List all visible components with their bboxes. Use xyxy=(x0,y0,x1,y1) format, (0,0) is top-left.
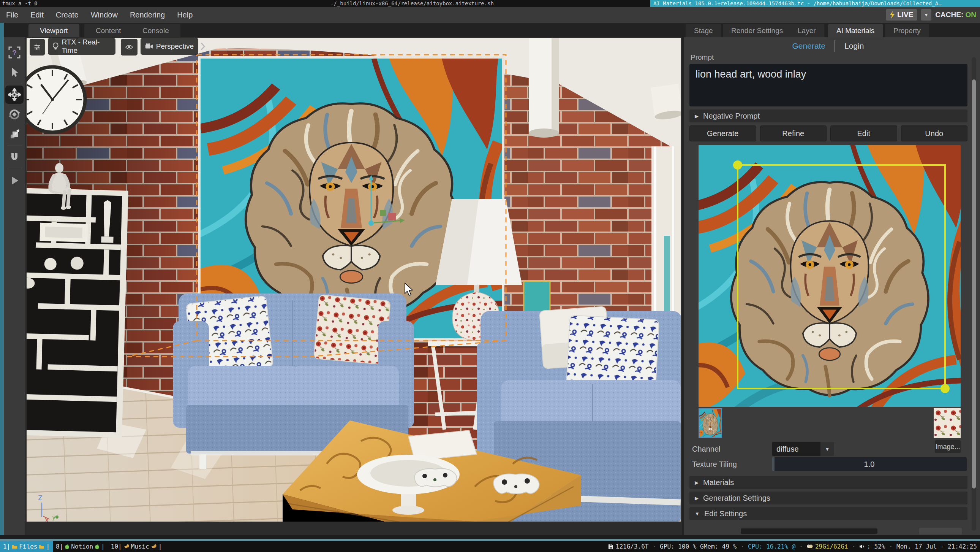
partial-button[interactable] xyxy=(919,528,962,534)
image-button[interactable]: Image... xyxy=(935,440,961,453)
tab-content[interactable]: Content xyxy=(84,24,132,37)
folder-icon xyxy=(39,544,45,549)
tab-row: Viewport Content Console Stage Render Se… xyxy=(0,23,980,37)
channel-label: Channel xyxy=(692,445,721,453)
texture-tiling-input[interactable]: 1.0 xyxy=(772,457,967,471)
menu-window[interactable]: Window xyxy=(85,11,124,19)
tab-console[interactable]: Console xyxy=(131,24,180,37)
render-scene: z x y xyxy=(27,38,681,522)
cpu-usage: CPU: 16.21% @ xyxy=(748,543,795,550)
edit-button[interactable]: Edit xyxy=(830,126,897,141)
collapsed-triangle-icon: ▶ xyxy=(695,495,698,501)
undo-button[interactable]: Undo xyxy=(901,126,968,141)
cache-indicator: CACHE: ON xyxy=(935,11,976,19)
tmux-session-title: tmux a -t 0 xyxy=(2,0,38,7)
lightbulb-icon xyxy=(52,42,59,51)
tmux-window-music[interactable]: 10| Music | xyxy=(108,541,165,552)
visibility-button[interactable] xyxy=(121,39,137,56)
ai-materials-panel: Generate Login Prompt lion head art, woo… xyxy=(684,37,980,535)
crop-handle-top-left[interactable] xyxy=(733,160,742,169)
datetime: Mon, 17 Jul - 21:42:25 xyxy=(896,543,977,550)
camera-button[interactable]: Perspective xyxy=(140,38,198,55)
channel-dropdown[interactable]: diffuse xyxy=(772,442,821,456)
apple-icon xyxy=(65,544,70,549)
scale-tool-button[interactable] xyxy=(4,124,25,144)
trumpet-icon xyxy=(123,544,129,549)
select-tool-button[interactable] xyxy=(4,62,25,82)
left-toolbar: ? xyxy=(4,37,25,535)
rotate-tool-button[interactable] xyxy=(4,105,25,124)
select-question-tool-button[interactable]: ? xyxy=(4,43,25,62)
window-curtain xyxy=(651,146,681,331)
menu-create[interactable]: Create xyxy=(50,11,85,19)
crop-handle-bottom-right[interactable] xyxy=(940,384,950,393)
snap-tool-button[interactable] xyxy=(4,147,25,167)
pendant-lamp-far-right xyxy=(651,84,681,121)
svg-text:?: ? xyxy=(12,49,17,57)
tiling-drag-grip[interactable] xyxy=(772,457,775,471)
tab-ai-materials[interactable]: AI Materials xyxy=(828,24,883,37)
section-materials[interactable]: ▶ Materials xyxy=(689,476,967,489)
move-icon xyxy=(8,88,21,101)
sliders-icon xyxy=(34,43,40,51)
login-link[interactable]: Login xyxy=(845,41,864,51)
tab-render-settings[interactable]: Render Settings xyxy=(723,24,791,37)
camera-icon xyxy=(145,43,153,50)
viewport-3d[interactable]: z x y xyxy=(25,37,682,535)
panel-scrollbar[interactable] xyxy=(972,57,976,531)
texture-preview[interactable] xyxy=(698,145,961,407)
generated-texture-thumbnail[interactable] xyxy=(698,408,722,438)
app-root: tmux a -t 0 ./_build/linux-x86_64/releas… xyxy=(0,0,980,552)
apple-icon xyxy=(95,544,100,549)
live-button[interactable]: LIVE xyxy=(886,9,917,21)
renderer-button[interactable]: RTX - Real-Time xyxy=(48,38,116,55)
prompt-label: Prompt xyxy=(690,53,714,62)
tmux-titlebar: tmux a -t 0 ./_build/linux-x86_64/releas… xyxy=(0,0,980,7)
collapsed-triangle-icon: ▶ xyxy=(695,113,698,119)
tmux-window-files[interactable]: 1| Files | xyxy=(0,541,53,552)
collapsed-triangle-icon: ▶ xyxy=(695,480,698,485)
svg-text:y: y xyxy=(52,514,56,520)
tab-stage[interactable]: Stage xyxy=(686,24,721,37)
refine-button[interactable]: Refine xyxy=(760,126,827,141)
toolbar-expand-chevron[interactable] xyxy=(200,42,205,51)
magnet-icon xyxy=(9,152,20,163)
generate-mode-link[interactable]: Generate xyxy=(792,41,826,51)
game-controller xyxy=(493,474,539,494)
source-image-thumbnail[interactable] xyxy=(934,408,961,438)
disk-usage: 121G/3.6T xyxy=(616,543,649,550)
question-select-icon: ? xyxy=(8,46,21,59)
section-generation-settings[interactable]: ▶ Generation Settings xyxy=(689,491,967,504)
tmux-window-notion[interactable]: 8| Notion | xyxy=(53,541,108,552)
tab-viewport[interactable]: Viewport xyxy=(29,24,80,37)
partial-slider-track[interactable] xyxy=(741,528,877,534)
pendant-lamp-right xyxy=(529,38,559,138)
prompt-input[interactable]: lion head art, wood inlay xyxy=(689,64,967,107)
folder-icon xyxy=(12,544,18,549)
volume-icon xyxy=(859,544,864,549)
texture-tiling-label: Texture Tiling xyxy=(692,460,737,469)
scrollbar-thumb[interactable] xyxy=(972,80,976,488)
tab-property[interactable]: Property xyxy=(885,24,929,37)
chevron-right-icon xyxy=(200,42,205,51)
scale-icon xyxy=(9,129,20,140)
move-tool-button[interactable] xyxy=(5,86,24,104)
generate-button[interactable]: Generate xyxy=(689,126,756,141)
menu-rendering[interactable]: Rendering xyxy=(124,11,171,19)
play-button[interactable] xyxy=(4,171,25,190)
negative-prompt-toggle[interactable]: ▶ Negative Prompt xyxy=(689,110,967,123)
game-controller xyxy=(414,469,457,487)
viewport-settings-button[interactable] xyxy=(30,39,45,56)
menu-edit[interactable]: Edit xyxy=(24,11,49,19)
live-dropdown-caret[interactable]: ▾ xyxy=(921,9,931,21)
menu-file[interactable]: File xyxy=(0,11,24,19)
play-icon xyxy=(9,175,20,186)
tab-layer[interactable]: Layer xyxy=(789,24,824,37)
dropdown-arrow-icon[interactable]: ▼ xyxy=(821,442,834,456)
gpu-usage: GPU: 100 % GMem: 49 % xyxy=(660,543,737,550)
lightning-bolt-icon xyxy=(889,11,895,19)
menubar: File Edit Create Window Rendering Help L… xyxy=(0,7,980,23)
section-edit-settings[interactable]: ▼ Edit Settings xyxy=(689,507,967,520)
shelf-unit xyxy=(27,188,128,437)
menu-help[interactable]: Help xyxy=(171,11,199,19)
